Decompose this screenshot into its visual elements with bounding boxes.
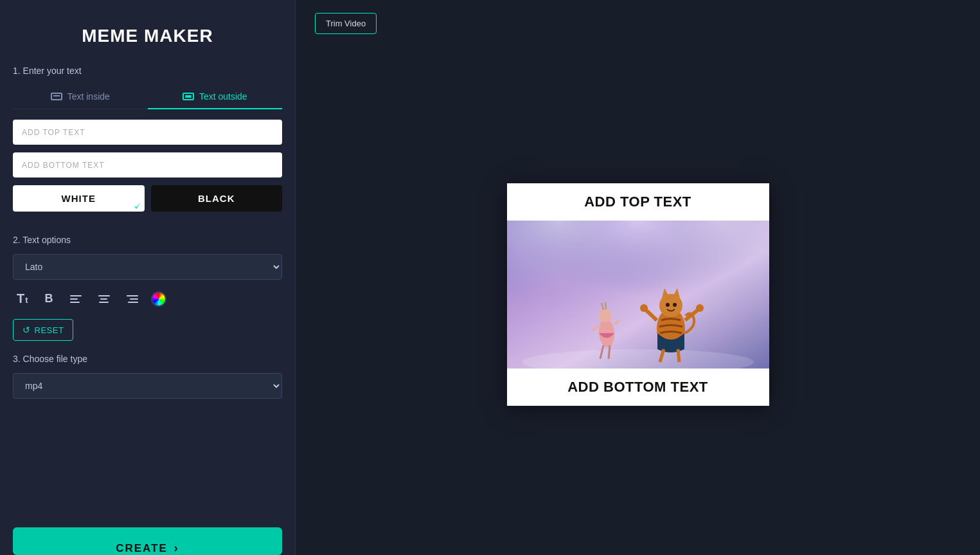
app-title: MEME MAKER: [13, 13, 282, 66]
stage-lights-svg: [507, 221, 769, 368]
bottom-text-input[interactable]: [13, 152, 282, 177]
section3-label: 3. Choose file type: [13, 354, 282, 364]
tab-text-outside[interactable]: Text outside: [148, 85, 283, 109]
create-label: CREATE: [116, 542, 168, 555]
tab-text-inside[interactable]: Text inside: [13, 85, 148, 109]
tab-text-outside-label: Text outside: [199, 91, 247, 102]
spacer: [13, 412, 282, 514]
tab-text-inside-label: Text inside: [67, 91, 110, 102]
svg-line-8: [605, 302, 606, 309]
align-center-icon: [98, 295, 110, 303]
create-button[interactable]: CREATE ›: [13, 527, 282, 555]
align-left-button[interactable]: [66, 293, 85, 305]
text-mode-tabs: Text inside Text outside: [13, 85, 282, 109]
right-panel: Trim Video ADD TOP TEXT: [296, 0, 980, 555]
left-panel: MEME MAKER 1. Enter your text Text insid…: [0, 0, 296, 555]
section-enter-text: 1. Enter your text Text inside Text outs…: [13, 66, 282, 222]
section-file-type: 3. Choose file type mp4 gif jpg png: [13, 354, 282, 399]
section1-label: 1. Enter your text: [13, 66, 282, 76]
file-type-select[interactable]: mp4 gif jpg png: [13, 373, 282, 399]
svg-point-24: [696, 304, 704, 312]
meme-top-text: ADD TOP TEXT: [507, 183, 769, 221]
reset-label: RESET: [35, 325, 64, 335]
meme-bottom-text: ADD BOTTOM TEXT: [507, 368, 769, 406]
color-wheel-button[interactable]: [151, 291, 166, 307]
section2-label: 2. Text options: [13, 235, 282, 245]
font-size-button[interactable]: T t: [13, 289, 32, 309]
svg-line-20: [678, 349, 679, 362]
color-button-row: WHITE BLACK: [13, 185, 282, 212]
preview-area: ADD TOP TEXT: [315, 47, 961, 542]
font-size-icon: T t: [17, 291, 28, 306]
reset-icon: ↺: [22, 325, 31, 335]
align-center-button[interactable]: [94, 293, 114, 305]
chevron-right-icon: ›: [174, 541, 179, 555]
text-toolbar: T t B: [13, 289, 282, 309]
svg-point-17: [666, 303, 670, 307]
svg-point-6: [599, 309, 612, 322]
text-outside-icon: [183, 93, 194, 100]
align-right-icon: [127, 295, 138, 303]
svg-rect-3: [507, 221, 769, 368]
text-inside-icon: [51, 93, 62, 100]
bold-icon: B: [45, 292, 53, 305]
meme-preview: ADD TOP TEXT: [507, 183, 769, 406]
trim-video-button[interactable]: Trim Video: [315, 13, 377, 34]
trim-video-label: Trim Video: [326, 19, 366, 28]
color-white-button[interactable]: WHITE: [13, 185, 145, 212]
section-text-options: 2. Text options Lato Arial Impact Comic …: [13, 235, 282, 341]
svg-point-23: [640, 304, 648, 312]
meme-image: [507, 221, 769, 368]
top-text-input[interactable]: [13, 120, 282, 145]
svg-line-10: [609, 345, 610, 359]
svg-point-18: [673, 303, 677, 307]
color-black-button[interactable]: BLACK: [151, 185, 283, 212]
bold-button[interactable]: B: [41, 289, 57, 308]
align-left-icon: [70, 295, 82, 303]
font-select[interactable]: Lato Arial Impact Comic Sans MS Times Ne…: [13, 254, 282, 280]
reset-button[interactable]: ↺ RESET: [13, 319, 73, 341]
align-right-button[interactable]: [123, 293, 142, 305]
